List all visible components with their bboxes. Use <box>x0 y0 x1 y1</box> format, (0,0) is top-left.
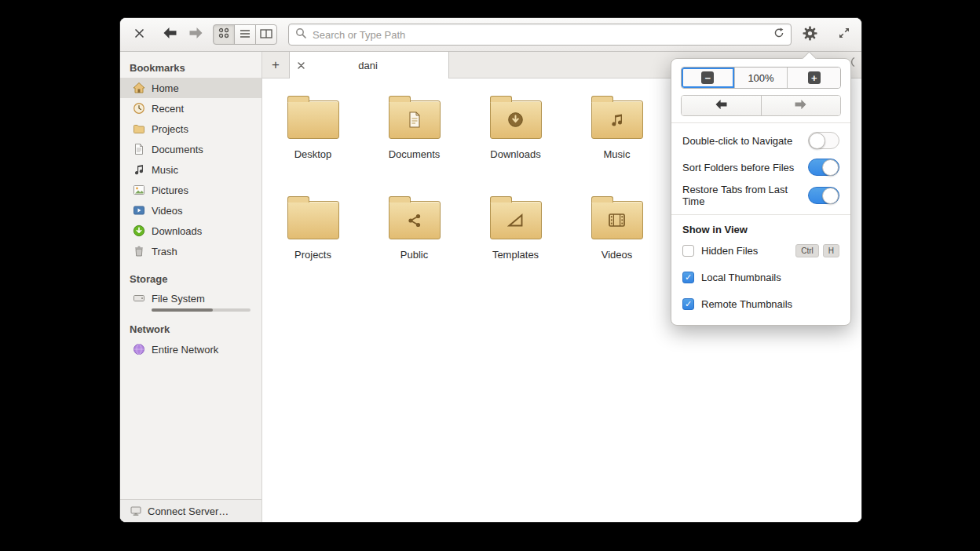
double-click-row: Double-click to Navigate <box>671 127 850 154</box>
tab-dani[interactable]: dani <box>289 52 449 78</box>
hidden-files-checkbox[interactable] <box>682 245 694 257</box>
zoom-level-value: 100% <box>748 72 773 84</box>
download-emblem-icon <box>491 101 541 138</box>
document-emblem-icon <box>389 101 440 138</box>
file-label: Music <box>604 148 631 160</box>
location-search-bar[interactable] <box>288 24 792 46</box>
shortcut-key-ctrl: Ctrl <box>795 244 819 257</box>
search-icon <box>295 27 306 42</box>
sidebar-item-music[interactable]: Music <box>120 159 261 180</box>
folder-icon <box>591 100 643 139</box>
sidebar-item-label: Pictures <box>152 184 188 196</box>
double-click-toggle[interactable] <box>808 132 839 149</box>
sidebar-item-videos[interactable]: Videos <box>120 200 261 221</box>
video-icon <box>133 204 145 217</box>
document-icon <box>133 143 145 155</box>
double-click-label: Double-click to Navigate <box>682 135 808 147</box>
sidebar-item-label: Projects <box>152 123 188 135</box>
forward-arrow-icon <box>794 99 807 113</box>
file-item-templates[interactable]: Templates <box>472 196 560 261</box>
zoom-out-icon: − <box>701 71 714 84</box>
close-icon <box>134 27 144 42</box>
window-close-button[interactable] <box>131 27 147 42</box>
network-globe-icon <box>133 343 145 356</box>
back-arrow-icon <box>715 99 728 113</box>
grid-view-button[interactable] <box>213 24 235 45</box>
remote-thumbnails-checkbox[interactable]: ✓ <box>682 298 694 310</box>
restore-tabs-row: Restore Tabs from Last Time <box>671 181 850 210</box>
remote-thumbnails-row[interactable]: ✓ Remote Thumbnails <box>671 290 850 317</box>
forward-button[interactable] <box>188 27 203 42</box>
zoom-in-button[interactable]: + <box>787 68 840 88</box>
refresh-icon[interactable] <box>773 27 784 42</box>
file-label: Videos <box>602 249 633 261</box>
settings-menu-button[interactable] <box>803 26 817 44</box>
list-view-button[interactable] <box>234 24 256 45</box>
fullscreen-button[interactable] <box>838 27 850 42</box>
sidebar-item-label: Entire Network <box>152 344 218 356</box>
sidebar-item-downloads[interactable]: Downloads <box>120 221 261 241</box>
folder-icon <box>389 201 441 239</box>
column-view-button[interactable] <box>255 24 277 45</box>
folder-icon <box>287 100 339 139</box>
file-item-desktop[interactable]: Desktop <box>269 96 357 160</box>
file-item-public[interactable]: Public <box>371 196 459 261</box>
share-emblem-icon <box>389 202 440 239</box>
list-view-icon <box>240 27 250 42</box>
sidebar-item-entire-network[interactable]: Entire Network <box>120 339 261 359</box>
file-item-music[interactable]: Music <box>573 96 661 160</box>
sidebar-item-recent[interactable]: Recent <box>120 98 261 119</box>
connect-server-button[interactable]: Connect Server… <box>120 499 261 522</box>
zoom-level[interactable]: 100% <box>734 68 788 88</box>
file-item-downloads[interactable]: Downloads <box>472 96 560 160</box>
file-manager-window: Bookmarks Home Recent <box>119 17 862 523</box>
hidden-files-row[interactable]: Hidden Files Ctrl H <box>671 237 850 264</box>
back-button[interactable] <box>163 27 177 42</box>
sidebar-item-filesystem[interactable]: File System <box>120 290 261 312</box>
sidebar-item-trash[interactable]: Trash <box>120 241 261 261</box>
sidebar-item-projects[interactable]: Projects <box>120 119 261 139</box>
file-item-documents[interactable]: Documents <box>371 96 459 160</box>
local-thumbnails-row[interactable]: ✓ Local Thumbnails <box>671 264 850 290</box>
sidebar-item-label: File System <box>152 293 205 305</box>
zoom-out-button[interactable]: − <box>682 68 734 88</box>
server-icon <box>130 505 142 517</box>
sidebar-item-home[interactable]: Home <box>120 78 261 98</box>
storage-usage-bar <box>152 308 250 312</box>
sidebar-item-label: Documents <box>152 144 203 155</box>
file-item-projects[interactable]: Projects <box>269 196 357 261</box>
sidebar-scroll: Bookmarks Home Recent <box>120 52 261 499</box>
drive-icon <box>133 292 145 305</box>
column-view-icon <box>260 27 272 42</box>
file-label: Templates <box>492 249 539 261</box>
new-tab-button[interactable]: + <box>262 52 289 78</box>
file-item-videos[interactable]: Videos <box>573 196 661 261</box>
folder-icon <box>287 201 339 239</box>
restore-tabs-toggle[interactable] <box>808 187 839 204</box>
file-label: Downloads <box>490 148 540 160</box>
popover-forward-button[interactable] <box>761 96 841 115</box>
settings-popover: − 100% + <box>671 58 851 326</box>
tab-close-button[interactable] <box>298 62 305 69</box>
local-thumbnails-checkbox[interactable]: ✓ <box>682 272 694 283</box>
sidebar-item-label: Home <box>152 82 179 94</box>
popover-back-button[interactable] <box>682 96 761 115</box>
back-arrow-icon <box>163 27 177 42</box>
file-label: Documents <box>389 148 441 160</box>
sidebar-item-documents[interactable]: Documents <box>120 139 261 159</box>
toggle-knob <box>822 188 839 204</box>
separator <box>671 122 850 123</box>
template-emblem-icon <box>491 202 541 239</box>
zoom-control: − 100% + <box>681 67 841 89</box>
sidebar: Bookmarks Home Recent <box>120 52 262 522</box>
storage-usage-fill <box>152 308 213 312</box>
sort-folders-toggle[interactable] <box>808 159 839 176</box>
sidebar-item-label: Videos <box>152 205 183 217</box>
trash-icon <box>133 245 145 257</box>
popover-nav-control <box>681 95 841 116</box>
sidebar-item-label: Downloads <box>152 225 202 237</box>
shortcut-key-h: H <box>823 244 839 257</box>
file-label: Desktop <box>294 148 332 160</box>
sidebar-item-pictures[interactable]: Pictures <box>120 180 261 200</box>
search-input[interactable] <box>311 28 769 42</box>
